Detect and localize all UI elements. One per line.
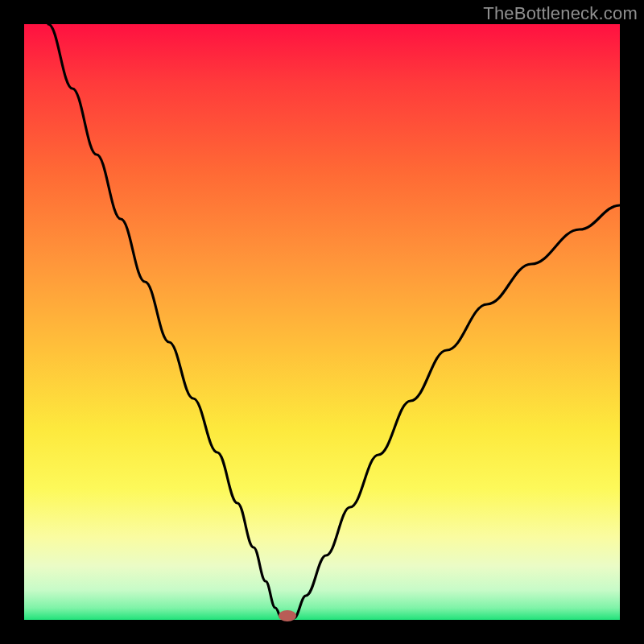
valley-marker <box>279 610 296 621</box>
curve-right-branch <box>294 205 620 618</box>
curve-left-branch <box>48 24 282 618</box>
chart-frame: TheBottleneck.com <box>0 0 644 644</box>
watermark-text: TheBottleneck.com <box>483 3 638 24</box>
plot-area <box>24 24 620 620</box>
curve-svg <box>24 24 620 620</box>
